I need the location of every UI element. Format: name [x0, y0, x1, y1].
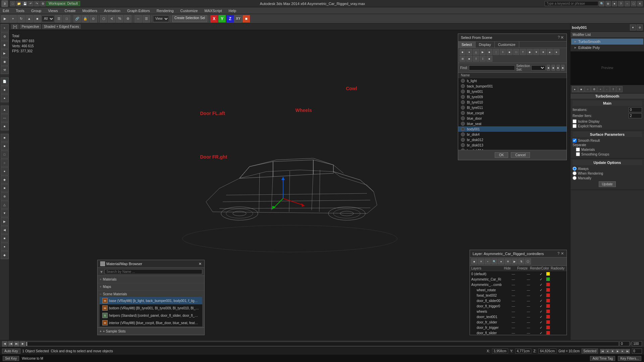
- key-end-btn[interactable]: ▶|: [625, 349, 630, 354]
- mod-up-icon[interactable]: ⇧: [610, 86, 616, 92]
- isoline-checkbox[interactable]: [573, 119, 577, 123]
- help-dialog-icon[interactable]: ?: [558, 35, 560, 40]
- tool15-btn[interactable]: ◆: [1, 251, 9, 259]
- save-btn[interactable]: 💾: [22, 1, 28, 6]
- key-stop-btn[interactable]: ■: [610, 349, 615, 354]
- layer-list[interactable]: 0 (default) — — ✓ Asymmetric_Car_Ri — — …: [470, 271, 567, 335]
- mat-item-bottom[interactable]: M bottom (VRayMtl) [Bl_tyre001, Bl_tyre0…: [100, 304, 202, 312]
- align-btn[interactable]: ☰: [143, 15, 150, 22]
- tool5-btn[interactable]: ●: [1, 167, 9, 175]
- create-panel-btn[interactable]: +: [1, 24, 9, 32]
- render-setup-btn[interactable]: ⚙: [40, 1, 46, 6]
- scene-toolbar-btn4[interactable]: ▶: [480, 49, 486, 55]
- angle-snap-btn[interactable]: ∢: [108, 15, 115, 22]
- list-item[interactable]: blue_door: [458, 116, 567, 121]
- scene-sort-asc[interactable]: ⇧: [473, 56, 479, 62]
- material-close[interactable]: ✕: [199, 262, 202, 266]
- scene-materials-header[interactable]: − Scene Materials: [100, 291, 202, 297]
- scene-toolbar-btn8[interactable]: ■: [506, 49, 513, 55]
- maps-section-header[interactable]: + Maps: [100, 284, 202, 290]
- render-iters-input[interactable]: [629, 113, 642, 118]
- update-button[interactable]: Update: [599, 181, 615, 187]
- layer-row-door-fr-trigger[interactable]: door_fr_trigger — — ✓: [470, 325, 567, 330]
- mat-item-base[interactable]: M base (VRayMtl) [b_light, back_bumper00…: [100, 297, 202, 304]
- move-btn[interactable]: ⌖: [9, 15, 17, 22]
- layer-row-default[interactable]: 0 (default) — — ✓: [470, 271, 567, 277]
- tool9-btn[interactable]: △: [1, 201, 9, 209]
- menu-group[interactable]: Group: [30, 9, 43, 13]
- scene-toolbar-btn14[interactable]: ▲: [547, 49, 553, 55]
- select-btn[interactable]: ▶: [1, 15, 9, 22]
- sel-set-btn1[interactable]: ■: [547, 65, 550, 71]
- view-dropdown[interactable]: View: [153, 15, 169, 22]
- next-frame-btn[interactable]: ▶|: [14, 341, 19, 347]
- new-btn[interactable]: □: [10, 1, 15, 6]
- menu-create[interactable]: Create: [63, 9, 77, 13]
- scene-toolbar-btn15[interactable]: ●: [553, 49, 559, 55]
- frame-counter[interactable]: [632, 349, 642, 354]
- prev-frame-btn[interactable]: |◀: [8, 341, 13, 347]
- display-panel-btn[interactable]: ◉: [1, 58, 9, 66]
- key-play-btn[interactable]: ▶: [615, 349, 620, 354]
- scene-sort-desc[interactable]: ⇩: [480, 56, 486, 62]
- menu-graph-editors[interactable]: Graph Editors: [126, 9, 151, 13]
- set-key-btn[interactable]: Set Key: [3, 356, 19, 361]
- list-item[interactable]: Bl_tyre001: [458, 89, 567, 94]
- scene-toolbar-btn13[interactable]: ★: [540, 49, 546, 55]
- scale-btn[interactable]: ▲: [25, 15, 33, 22]
- edge-btn[interactable]: —: [1, 114, 9, 122]
- list-item[interactable]: b_light: [458, 78, 567, 83]
- list-item[interactable]: blue_seat: [458, 121, 567, 126]
- modify-panel-btn[interactable]: ⚙: [1, 33, 9, 41]
- select-scene-close[interactable]: ✕: [560, 35, 564, 40]
- layer-row-door-fr-slider[interactable]: door_fr_slider — — ✓: [470, 319, 567, 325]
- bind-btn[interactable]: ⊙: [90, 15, 97, 22]
- play-fwd-btn[interactable]: ▶: [20, 341, 25, 347]
- menu-tools[interactable]: Tools: [14, 9, 26, 13]
- scene-toolbar-btn10[interactable]: T: [520, 49, 526, 55]
- layer-row-door-fl-slider[interactable]: door_fl_slider00 — — ✓: [470, 298, 567, 303]
- mod-light-icon[interactable]: ○: [585, 86, 591, 92]
- menu-customize[interactable]: Customize: [179, 9, 199, 13]
- list-item[interactable]: br_disk4: [458, 132, 567, 137]
- reference-btn[interactable]: ■: [34, 15, 41, 22]
- utilities-panel-btn[interactable]: ⚒: [1, 66, 9, 74]
- list-item[interactable]: back_bumper001: [458, 83, 567, 89]
- layer-help-icon[interactable]: ?: [557, 251, 559, 256]
- layer-row-door-fl-slider2[interactable]: door_fl_slider — — ✓: [470, 330, 567, 335]
- menu-animation[interactable]: Animation: [103, 9, 122, 13]
- sel-set-btn3[interactable]: ■: [556, 65, 560, 71]
- settings-icon-btn[interactable]: ●: [612, 1, 617, 6]
- workspace-btn[interactable]: Workspace: Default: [46, 1, 80, 6]
- tool6-btn[interactable]: ◆: [1, 176, 9, 184]
- timeline-track[interactable]: [26, 342, 619, 346]
- layer-row-wheel-rotate[interactable]: wheel_rotate — — ✓: [470, 287, 567, 293]
- tool3-btn[interactable]: □: [1, 150, 9, 159]
- scene-toolbar-btn5[interactable]: ■: [486, 49, 492, 55]
- layer-row-door-fl-trigger[interactable]: door_fl_trigger0 — — ✓: [470, 303, 567, 309]
- play-btn[interactable]: ◀: [2, 341, 7, 347]
- x-axis-btn[interactable]: X: [210, 15, 218, 22]
- list-item[interactable]: Bl_tyre010: [458, 100, 567, 105]
- motion-panel-btn[interactable]: ▶: [1, 49, 9, 57]
- frame-input[interactable]: [620, 341, 630, 346]
- layer-close-icon[interactable]: ✕: [561, 251, 564, 256]
- scene-toolbar-btn17[interactable]: ■: [466, 56, 472, 62]
- scene-toolbar-btn1[interactable]: ■: [460, 49, 466, 55]
- always-radio[interactable]: [573, 167, 577, 171]
- mod-config-icon[interactable]: ⚙: [591, 86, 597, 92]
- cancel-button[interactable]: Cancel: [511, 152, 530, 158]
- frame-total-input[interactable]: [632, 341, 642, 346]
- mat-item-interior[interactable]: M interior (VRayMtl) [blue_cocpit, Blue_…: [100, 319, 202, 326]
- key-start-btn[interactable]: |◀: [600, 349, 605, 354]
- panel-pin-btn[interactable]: ▼: [630, 24, 636, 31]
- search-input[interactable]: [545, 1, 598, 6]
- tab-display[interactable]: Display: [476, 42, 495, 48]
- add-time-tag-btn[interactable]: Add Time Tag: [590, 356, 615, 361]
- scene-toolbar-btn7[interactable]: ◊: [500, 49, 506, 55]
- layer-freeze-btn[interactable]: ❄: [505, 258, 511, 264]
- unlink-btn[interactable]: 🔒: [82, 15, 89, 22]
- tool13-btn[interactable]: ■: [1, 234, 9, 242]
- sel-set-btn2[interactable]: ■: [551, 65, 555, 71]
- tab-select[interactable]: Select: [458, 42, 476, 48]
